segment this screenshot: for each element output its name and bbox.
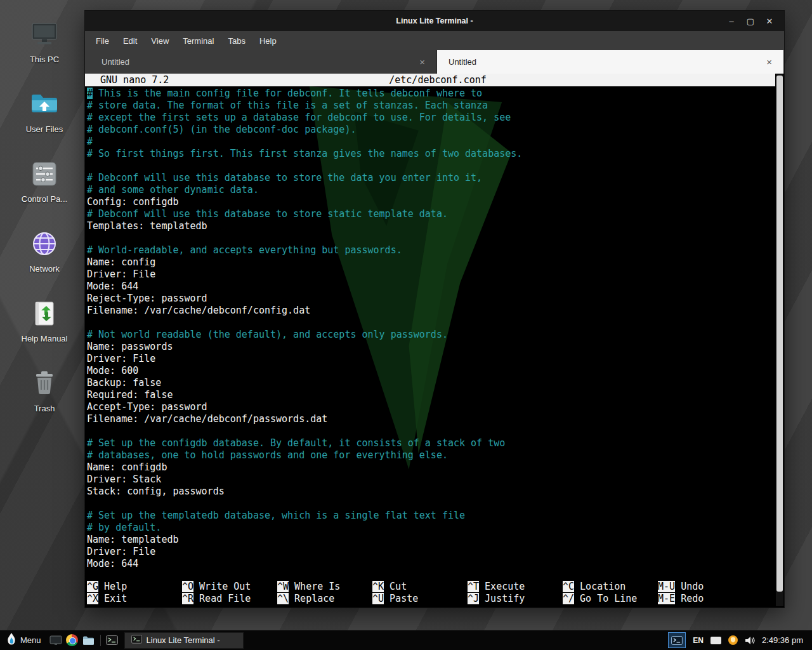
menu-item-file[interactable]: File [89,33,116,49]
desktop-icon-trash[interactable]: Trash [6,364,82,434]
shortcut-key: ^/ [563,593,574,604]
shortcut-label: Exit [104,593,127,604]
shortcut-label: Write Out [199,581,251,592]
desktop-icon-network[interactable]: Network [6,225,82,295]
control-panel-icon [29,159,60,189]
nano-line [87,425,775,437]
nano-shortcut: ^O Write Out [182,581,277,593]
desktop-icon-help-manual[interactable]: Help Manual [6,295,82,364]
file-manager-icon[interactable] [81,632,97,649]
shortcut-label: Undo [681,581,704,592]
scrollbar-thumb[interactable] [776,76,783,592]
nano-line: Stack: config, passwords [87,486,775,498]
window-controls: – ▢ ✕ [722,11,779,31]
tab-1[interactable]: Untitled× [85,50,437,74]
nano-line [87,498,775,510]
menu-button[interactable]: Menu [4,632,48,649]
nano-shortcut: ^X Exit [87,593,182,605]
shortcut-label: Where Is [294,581,340,592]
shortcut-label: Location [580,581,625,592]
tab-bar: Untitled×Untitled× [85,50,784,74]
desktop-icon-this-pc[interactable]: This PC [6,15,82,85]
nano-line: Mode: 644 [87,558,775,570]
shortcut-key: ^\ [277,593,289,604]
nano-line: Backup: false [87,377,775,389]
keyboard-icon[interactable] [710,637,721,644]
nano-line: # Debconf will use this database to stor… [87,208,775,220]
nano-line: Mode: 600 [87,365,775,377]
task-button-terminal[interactable]: Linux Lite Terminal - [124,632,244,649]
nano-shortcut: ^W Where Is [277,581,372,593]
nano-line: # Not world readable (the default), and … [87,329,775,341]
terminal-screen[interactable]: GNU nano 7.2 /etc/debconf.conf # This is… [85,74,784,607]
nano-line: Name: templatedb [87,534,775,546]
shortcut-key: ^K [372,581,384,592]
nano-line: Accept-Type: password [87,401,775,413]
tray-terminal-icon[interactable] [668,632,686,648]
menu-item-edit[interactable]: Edit [116,33,144,49]
nano-line: # except the first sets up a database fo… [87,112,775,124]
menu-item-help[interactable]: Help [252,33,284,49]
taskbar: Menu [0,630,812,650]
tab-2-active[interactable]: Untitled× [437,50,784,74]
nano-line: Filename: /var/cache/debconf/config.dat [87,305,775,317]
nano-line: # This is the main config file for debco… [87,88,775,100]
desktop-icon-user-files[interactable]: User Files [6,85,82,155]
close-button[interactable]: ✕ [760,11,779,31]
nano-line: Name: config [87,256,775,269]
nano-line: # Set up the templatedb database, which … [87,510,775,522]
shortcut-key: ^C [563,581,574,592]
nano-line: # debconf.conf(5) (in the debconf-doc pa… [87,124,775,136]
shortcut-label: Go To Line [580,593,637,604]
minimize-button[interactable]: – [722,11,741,31]
menu-item-terminal[interactable]: Terminal [176,33,221,49]
nano-line: # World-readable, and accepts everything… [87,244,775,256]
desktop-icon-control-panel[interactable]: Control Pa... [6,155,82,225]
nano-shortcut: ^T Execute [468,581,563,593]
desktop-icon-label: User Files [26,124,63,134]
terminal-window: Linux Lite Terminal - – ▢ ✕ FileEditView… [84,10,785,608]
nano-buffer: # This is the main config file for debco… [85,88,775,570]
keyboard-layout-indicator[interactable]: EN [693,636,704,645]
window-title: Linux Lite Terminal - [396,17,473,25]
clock[interactable]: 2:49:36 pm [762,635,807,645]
nano-shortcut: ^C Location [563,581,658,593]
shortcut-key: ^X [87,593,98,604]
nano-line: Driver: File [87,546,775,558]
menu-item-view[interactable]: View [144,33,176,49]
menubar: FileEditViewTerminalTabsHelp [85,31,784,50]
nano-line: Name: configdb [87,461,775,474]
tab-close-icon[interactable]: × [417,56,428,67]
nano-line: Reject-Type: password [87,293,775,305]
desktop-icon-label: Network [29,264,60,274]
volume-icon[interactable] [745,636,755,645]
nano-line: # [87,136,775,148]
shortcut-label: Redo [681,593,704,604]
shortcut-key: ^R [182,593,193,604]
trash-icon [29,368,60,399]
browser-icon[interactable] [64,632,81,649]
nano-titlebar: GNU nano 7.2 /etc/debconf.conf [85,74,775,86]
show-desktop-icon[interactable] [48,632,64,649]
globe-icon [29,229,60,259]
tab-label: Untitled [449,57,476,67]
nano-shortcut: ^R Read File [182,593,277,605]
titlebar[interactable]: Linux Lite Terminal - – ▢ ✕ [85,11,784,31]
terminal-launcher-icon[interactable] [104,632,121,649]
maximize-button[interactable]: ▢ [741,11,760,31]
nano-line: # and some other dynamic data. [87,184,775,196]
desktop-icon-label: This PC [30,55,59,64]
nano-line: # Debconf will use this database to stor… [87,172,775,184]
nano-line [87,317,775,329]
menu-item-tabs[interactable]: Tabs [221,33,252,49]
nano-line [87,232,775,244]
tab-label: Untitled [102,57,129,67]
shortcut-key: ^J [468,593,479,604]
tab-close-icon[interactable]: × [764,56,775,67]
scrollbar[interactable] [776,74,783,606]
nano-version: GNU nano 7.2 [100,74,389,86]
shortcut-key: ^T [468,581,479,592]
notification-icon[interactable] [728,635,738,645]
nano-line: Templates: templatedb [87,220,775,232]
nano-shortcut: ^K Cut [372,581,468,593]
